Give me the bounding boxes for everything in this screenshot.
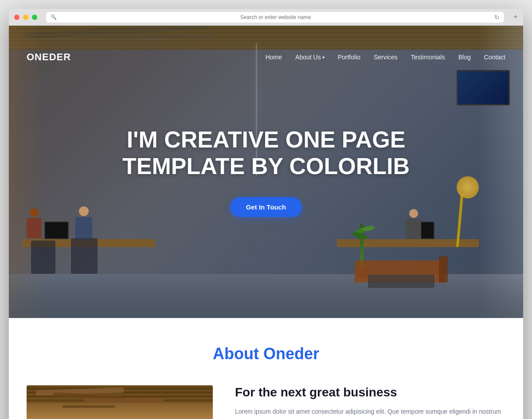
nav-link-home[interactable]: Home [266,54,282,61]
nav-item-home[interactable]: Home [266,53,282,61]
nav-link-testimonials[interactable]: Testimonials [411,54,445,61]
nav-link-services[interactable]: Services [374,54,398,61]
nav-links: Home About Us ▾ Portfolio Services Testi… [266,53,505,61]
about-image-color-layer [27,385,213,419]
hero-title-line2: TEMPLATE BY COLORLIB [122,153,410,179]
nav-link-blog[interactable]: Blog [458,54,471,61]
couch-arm-left [439,256,448,283]
maximize-button[interactable] [32,15,37,20]
about-section-title: About Oneder [27,345,505,363]
nav-link-portfolio[interactable]: Portfolio [338,54,360,61]
close-button[interactable] [14,15,20,20]
hero-title-line1: I'M CREATIVE ONE PAGE [127,127,406,152]
chair-1 [71,238,98,274]
nav-link-contact[interactable]: Contact [484,54,505,61]
search-icon: 🔍 [51,14,57,20]
reload-button[interactable]: ↻ [494,14,500,21]
about-section: About Oneder Fo [9,318,523,419]
chair-2 [31,241,55,274]
about-content: For the next great business Lorem ipsum … [27,385,505,419]
about-image-overlay [27,385,213,419]
nav-link-about[interactable]: About Us [295,54,321,61]
monitor-left [44,221,69,239]
wall-screen [457,70,510,105]
coffee-table [368,275,434,288]
about-description: Lorem ipsum dolor sit amet consectetur a… [235,407,505,419]
hero-content: I'M CREATIVE ONE PAGE TEMPLATE BY COLORL… [122,127,410,217]
nav-item-blog[interactable]: Blog [458,53,471,61]
nav-item-about[interactable]: About Us ▾ [295,53,325,61]
minimize-button[interactable] [23,15,28,20]
browser-titlebar: 🔍 ↻ + [9,9,523,26]
address-bar: 🔍 ↻ [46,12,504,23]
nav-item-testimonials[interactable]: Testimonials [411,53,445,61]
nav-item-portfolio[interactable]: Portfolio [338,53,360,61]
about-image [27,385,213,419]
nav-item-contact[interactable]: Contact [484,53,505,61]
get-in-touch-button[interactable]: Get In Touch [230,197,302,217]
about-subtitle: For the next great business [235,385,505,400]
address-input[interactable] [59,14,492,20]
new-tab-button[interactable]: + [513,12,518,22]
chevron-down-icon: ▾ [322,55,325,60]
lamp-shade [457,176,479,198]
site-wrapper: ONEDER Home About Us ▾ Portfolio Service… [9,26,523,419]
navbar: ONEDER Home About Us ▾ Portfolio Service… [9,43,523,72]
person-2 [27,208,42,238]
hero-title: I'M CREATIVE ONE PAGE TEMPLATE BY COLORL… [122,127,410,180]
nav-item-services[interactable]: Services [374,53,398,61]
person-1 [75,206,92,239]
site-logo[interactable]: ONEDER [27,51,71,63]
browser-window: 🔍 ↻ + ONEDER Home About Us ▾ [9,9,523,419]
about-text-block: For the next great business Lorem ipsum … [235,385,505,419]
site-content: ONEDER Home About Us ▾ Portfolio Service… [9,26,523,419]
